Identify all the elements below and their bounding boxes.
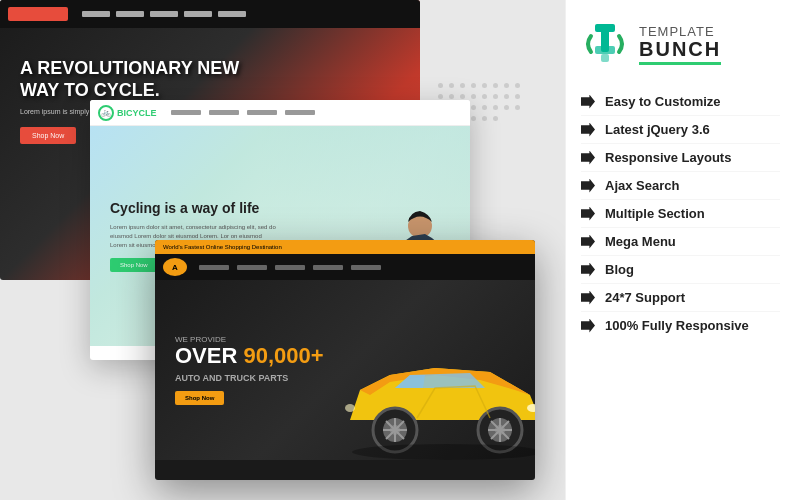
screenshot3-topbar: World's Fastest Online Shopping Destinat… bbox=[155, 240, 535, 254]
features-list: Easy to Customize Latest jQuery 3.6 Resp… bbox=[581, 88, 780, 480]
screenshot3-hero-text: WE PROVIDE OVER 90,000+ AUTO AND TRUCK P… bbox=[155, 320, 345, 419]
screenshot3-hero: WE PROVIDE OVER 90,000+ AUTO AND TRUCK P… bbox=[155, 280, 535, 460]
svg-rect-50 bbox=[601, 54, 609, 62]
nav-item-3 bbox=[150, 11, 178, 17]
s2-nav-4 bbox=[285, 110, 315, 115]
s3-nav-4 bbox=[313, 265, 343, 270]
svg-point-45 bbox=[345, 404, 355, 412]
feature-text-blog: Blog bbox=[605, 262, 634, 277]
screenshot1-nav-items bbox=[82, 11, 246, 17]
screenshots-panel: A REVOLUTIONARY NEWWAY TO CYCLE. Lorem i… bbox=[0, 0, 565, 500]
screenshot2-hero-title: Cycling is a way of life bbox=[110, 200, 279, 217]
feature-item-responsive-layouts: Responsive Layouts bbox=[581, 144, 780, 172]
feature-item-easy-customize: Easy to Customize bbox=[581, 88, 780, 116]
s3-nav-5 bbox=[351, 265, 381, 270]
feature-item-support-247: 24*7 Support bbox=[581, 284, 780, 312]
feature-item-mega-menu: Mega Menu bbox=[581, 228, 780, 256]
feature-item-multiple-section: Multiple Section bbox=[581, 200, 780, 228]
screenshot-auto: World's Fastest Online Shopping Destinat… bbox=[155, 240, 535, 480]
screenshot2-cta[interactable]: Shop Now bbox=[110, 258, 158, 272]
screenshot3-sub-title: AUTO AND TRUCK PARTS bbox=[175, 373, 325, 383]
brand-text-group: template BUNCH bbox=[639, 24, 721, 65]
screenshot1-cta[interactable]: Shop Now bbox=[20, 127, 76, 144]
templatebunch-logo-icon bbox=[581, 20, 629, 68]
feature-item-latest-jquery: Latest jQuery 3.6 bbox=[581, 116, 780, 144]
nav-item-5 bbox=[218, 11, 246, 17]
feature-arrow-easy-customize bbox=[581, 95, 595, 109]
screenshot2-logo: 🚲 BICYCLE bbox=[98, 105, 157, 121]
s3-nav-2 bbox=[237, 265, 267, 270]
feature-arrow-support-247 bbox=[581, 291, 595, 305]
feature-text-support-247: 24*7 Support bbox=[605, 290, 685, 305]
feature-arrow-multiple-section bbox=[581, 207, 595, 221]
nav-item-1 bbox=[82, 11, 110, 17]
feature-text-easy-customize: Easy to Customize bbox=[605, 94, 721, 109]
brand-underline bbox=[639, 62, 721, 65]
feature-arrow-mega-menu bbox=[581, 235, 595, 249]
brand-logo-area: template BUNCH bbox=[581, 20, 780, 68]
feature-arrow-responsive-layouts bbox=[581, 151, 595, 165]
brand-template-label: template bbox=[639, 24, 721, 39]
s2-nav-3 bbox=[247, 110, 277, 115]
screenshot3-cta[interactable]: Shop Now bbox=[175, 391, 224, 405]
feature-text-multiple-section: Multiple Section bbox=[605, 206, 705, 221]
nav-item-4 bbox=[184, 11, 212, 17]
brand-bunch-label: BUNCH bbox=[639, 39, 721, 59]
svg-point-46 bbox=[352, 444, 535, 460]
screenshot3-logo: A bbox=[163, 258, 187, 276]
feature-item-blog: Blog bbox=[581, 256, 780, 284]
screenshot2-nav bbox=[171, 110, 315, 115]
s3-nav-1 bbox=[199, 265, 229, 270]
svg-rect-49 bbox=[595, 46, 615, 54]
s2-nav-1 bbox=[171, 110, 201, 115]
feature-arrow-latest-jquery bbox=[581, 123, 595, 137]
car-illustration bbox=[335, 330, 535, 460]
screenshot3-nav bbox=[199, 265, 381, 270]
features-panel: template BUNCH Easy to Customize Latest … bbox=[565, 0, 800, 500]
screenshot3-topbar-text: World's Fastest Online Shopping Destinat… bbox=[163, 244, 282, 250]
feature-text-mega-menu: Mega Menu bbox=[605, 234, 676, 249]
screenshot2-logo-text: BICYCLE bbox=[117, 108, 157, 118]
feature-arrow-fully-responsive bbox=[581, 319, 595, 333]
screenshot1-logo bbox=[8, 7, 68, 21]
feature-text-fully-responsive: 100% Fully Responsive bbox=[605, 318, 749, 333]
feature-text-ajax-search: Ajax Search bbox=[605, 178, 679, 193]
feature-item-ajax-search: Ajax Search bbox=[581, 172, 780, 200]
feature-text-latest-jquery: Latest jQuery 3.6 bbox=[605, 122, 710, 137]
nav-item-2 bbox=[116, 11, 144, 17]
screenshot3-main-title: OVER 90,000+ bbox=[175, 344, 325, 368]
screenshot1-navbar bbox=[0, 0, 420, 28]
feature-arrow-ajax-search bbox=[581, 179, 595, 193]
s3-nav-3 bbox=[275, 265, 305, 270]
feature-text-responsive-layouts: Responsive Layouts bbox=[605, 150, 731, 165]
feature-arrow-blog bbox=[581, 263, 595, 277]
screenshot2-navbar: 🚲 BICYCLE bbox=[90, 100, 470, 126]
screenshot3-navbar: A bbox=[155, 254, 535, 280]
s2-nav-2 bbox=[209, 110, 239, 115]
feature-item-fully-responsive: 100% Fully Responsive bbox=[581, 312, 780, 339]
